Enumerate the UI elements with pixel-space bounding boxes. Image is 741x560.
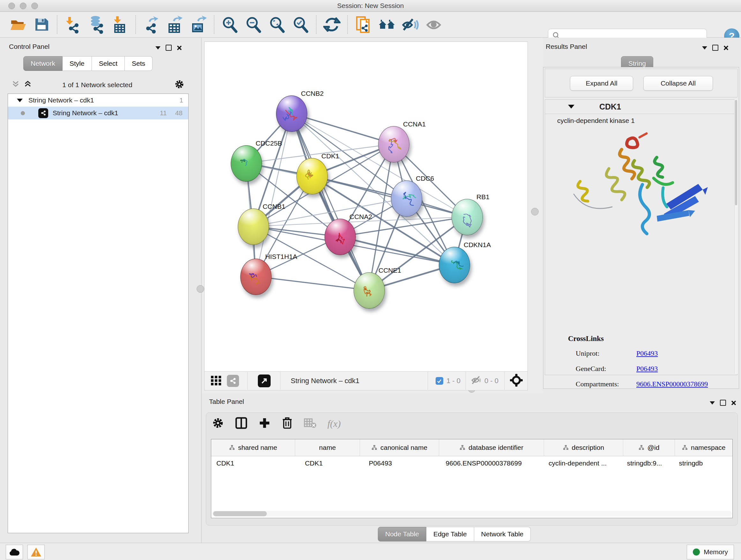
network-status-dot [21, 111, 25, 115]
show-columns-icon[interactable] [235, 417, 248, 431]
close-panel-icon[interactable] [177, 45, 182, 51]
hidden-eye-slash-icon [471, 375, 482, 386]
open-session-icon[interactable] [8, 15, 27, 34]
float-panel-icon[interactable] [710, 401, 715, 405]
zoom-out-icon[interactable] [244, 15, 263, 34]
network-node-ccne1[interactable] [354, 272, 385, 309]
column-header[interactable]: canonical name [360, 439, 440, 456]
column-header[interactable]: shared name [211, 439, 295, 456]
network-node-cdkn1a[interactable] [439, 247, 470, 283]
maximize-panel-icon[interactable] [165, 45, 172, 51]
view-network-type-icon[interactable] [227, 375, 239, 387]
import-table-file-icon[interactable] [111, 15, 130, 34]
network-collection-row[interactable]: String Network – cdk1 1 [8, 94, 188, 107]
node-label-ccnb1: CCNB1 [263, 203, 285, 210]
memory-label: Memory [704, 548, 728, 556]
tab-network[interactable]: Network [23, 56, 63, 71]
maximize-panel-icon[interactable] [712, 45, 718, 51]
delete-table-icon [304, 418, 317, 430]
close-panel-icon[interactable] [731, 400, 736, 406]
network-node-cdk1[interactable] [296, 158, 328, 194]
selected-checkbox-icon[interactable] [435, 377, 443, 385]
tab-style[interactable]: Style [63, 56, 92, 71]
birds-eye-crosshair-icon[interactable] [510, 374, 523, 388]
gene-section-header[interactable]: CDK1 [545, 100, 737, 114]
table-settings-gear-icon[interactable] [212, 417, 224, 430]
collection-expand-icon[interactable] [17, 99, 23, 102]
title-bar: Session: New Session [0, 0, 741, 12]
crosslink-label: Compartments: [576, 380, 636, 388]
column-header[interactable]: description [544, 439, 623, 456]
network-node-rb1[interactable] [452, 199, 483, 235]
collapse-all-networks-icon[interactable] [11, 80, 20, 89]
expand-all-networks-icon[interactable] [23, 80, 32, 89]
view-grid-icon[interactable] [210, 374, 222, 387]
string-home-icon[interactable] [377, 15, 396, 34]
network-edge[interactable] [256, 276, 369, 290]
delete-column-trash-icon[interactable] [281, 417, 293, 431]
network-node-hist1h1a[interactable] [240, 259, 272, 295]
crosslink-value-link[interactable]: P06493 [636, 365, 658, 373]
tab-select[interactable]: Select [92, 56, 125, 71]
maximize-panel-icon[interactable] [720, 400, 726, 406]
collection-label: String Network – cdk1 [28, 97, 94, 104]
zoom-selected-icon[interactable] [291, 15, 310, 34]
network-edge[interactable] [312, 176, 467, 217]
network-node-ccna2[interactable] [325, 219, 356, 255]
refresh-icon[interactable] [322, 15, 341, 34]
memory-button[interactable]: Memory [687, 545, 734, 559]
close-panel-icon[interactable] [724, 45, 729, 51]
show-all-icon[interactable] [424, 15, 444, 34]
clone-network-icon[interactable] [354, 15, 373, 34]
network-node-ccna1[interactable] [378, 126, 409, 163]
export-network-icon[interactable] [142, 15, 161, 34]
import-network-database-icon[interactable] [87, 15, 106, 34]
warnings-button[interactable] [27, 545, 45, 559]
network-canvas[interactable]: CCNB2CCNA1CDC25BCDK1CDC6RB1CCNB1CCNA2CDK… [204, 42, 528, 372]
network-node-ccnb1[interactable] [238, 208, 269, 245]
float-panel-icon[interactable] [702, 46, 707, 50]
add-column-icon[interactable] [259, 417, 271, 430]
function-builder-icon: f(x) [327, 418, 341, 429]
hide-selected-icon[interactable] [401, 15, 420, 34]
network-view: CCNB2CCNA1CDC25BCDK1CDC6RB1CCNB1CCNA2CDK… [202, 38, 530, 393]
expand-all-button[interactable]: Expand All [570, 76, 633, 91]
network-item-row[interactable]: String Network – cdk1 11 48 [8, 107, 188, 119]
protein-thumbnail [237, 154, 256, 174]
table-horizontal-scrollbar[interactable] [212, 511, 732, 516]
node-label-ccne1: CCNE1 [379, 266, 401, 274]
window-title: Session: New Session [0, 2, 741, 10]
crosslink-value-link[interactable]: P06493 [636, 349, 658, 358]
section-collapse-icon[interactable] [568, 105, 575, 109]
collapse-all-button[interactable]: Collapse All [643, 76, 713, 91]
table-row[interactable]: CDK1 CDK1 P06493 9606.ENSP00000378699 cy… [211, 456, 732, 470]
tab-node-table[interactable]: Node Table [378, 527, 426, 542]
column-header[interactable]: @id [623, 439, 675, 456]
node-label-cdc25b: CDC25B [256, 139, 282, 147]
crosslink-value-link[interactable]: 9606.ENSP00000378699 [636, 380, 708, 388]
right-splitter-handle[interactable] [531, 208, 539, 215]
tab-sets[interactable]: Sets [125, 56, 152, 71]
float-panel-icon[interactable] [155, 46, 160, 50]
network-node-ccnb2[interactable] [276, 96, 307, 132]
column-header[interactable]: database identifier [439, 439, 544, 456]
export-image-icon[interactable] [189, 15, 208, 34]
zoom-in-icon[interactable] [220, 15, 239, 34]
save-session-icon[interactable] [32, 15, 51, 34]
network-node-cdc25b[interactable] [231, 145, 262, 182]
tab-network-table[interactable]: Network Table [474, 527, 531, 542]
export-table-icon[interactable] [165, 15, 185, 34]
view-network-title: String Network – cdk1 [291, 377, 359, 385]
network-node-cdc6[interactable] [391, 180, 422, 217]
network-edge[interactable] [291, 113, 369, 290]
results-scrollbar[interactable] [734, 99, 738, 374]
column-header[interactable]: namespace [675, 439, 732, 456]
zoom-fit-icon[interactable] [267, 15, 286, 34]
network-options-gear-icon[interactable] [174, 79, 185, 91]
detach-view-icon[interactable] [258, 374, 271, 387]
column-header[interactable]: name [295, 439, 360, 456]
collection-count: 1 [179, 97, 183, 104]
tab-edge-table[interactable]: Edge Table [426, 527, 474, 542]
import-network-file-icon[interactable] [63, 15, 82, 34]
cloud-button[interactable] [6, 545, 23, 559]
